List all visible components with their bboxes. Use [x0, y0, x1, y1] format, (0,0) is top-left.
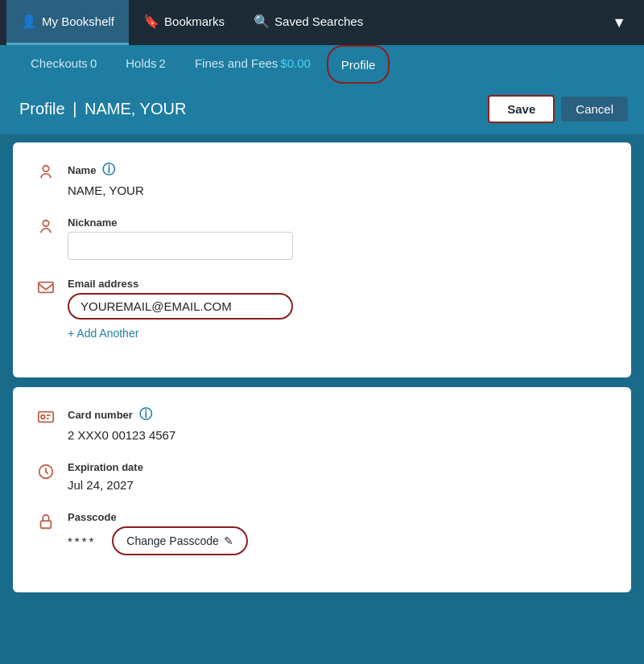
profile-title-text: Profile: [19, 100, 65, 118]
holds-label: Holds: [126, 56, 156, 70]
name-help-icon[interactable]: ⓘ: [102, 162, 115, 179]
nav-bookmarks[interactable]: 🔖 Bookmarks: [129, 0, 239, 45]
expiration-field-row: Expiration date Jul 24, 2027: [35, 461, 609, 493]
holds-count: 2: [159, 56, 166, 70]
nav-dropdown-arrow[interactable]: ▼: [601, 0, 638, 45]
cancel-button[interactable]: Cancel: [561, 97, 628, 122]
bookmark-icon: 🔖: [143, 14, 159, 29]
profile-actions: Save Cancel: [488, 95, 628, 123]
nav-saved-searches[interactable]: 🔍 Saved Searches: [239, 0, 378, 45]
nav-my-bookshelf-label: My Bookshelf: [42, 14, 114, 28]
main-content: Name ⓘ NAME, YOUR Nickname: [0, 134, 644, 610]
passcode-lock-icon: [35, 513, 56, 535]
subnav-fines[interactable]: Fines and Fees $0.00: [180, 45, 325, 84]
passcode-label-text: Passcode: [68, 511, 117, 523]
subnav-checkouts[interactable]: Checkouts 0: [16, 45, 111, 84]
subnav-profile[interactable]: Profile: [327, 45, 390, 84]
name-user-icon: [35, 163, 56, 186]
chevron-down-icon: ▼: [612, 14, 626, 31]
card-info-card: Card number ⓘ 2 XXX0 00123 4567 Expirati…: [13, 387, 631, 592]
add-another-button[interactable]: + Add Another: [68, 327, 138, 340]
name-label-text: Name: [68, 164, 96, 176]
card-number-label-text: Card number: [68, 409, 133, 421]
nickname-label-text: Nickname: [68, 217, 117, 229]
expiration-value: Jul 24, 2027: [68, 476, 609, 493]
svg-rect-2: [39, 283, 53, 293]
passcode-row-inner: **** Change Passcode ✎: [68, 526, 609, 555]
nickname-user-icon: [35, 218, 56, 241]
edit-icon: ✎: [224, 534, 233, 547]
name-field-content: Name ⓘ NAME, YOUR: [68, 162, 609, 199]
card-number-help-icon[interactable]: ⓘ: [139, 406, 152, 423]
expiration-label: Expiration date: [68, 461, 609, 473]
change-passcode-label: Change Passcode: [126, 534, 218, 547]
sub-navigation: Checkouts 0 Holds 2 Fines and Fees $0.00…: [0, 45, 644, 84]
passcode-field-row: Passcode **** Change Passcode ✎: [35, 511, 609, 555]
subnav-holds[interactable]: Holds 2: [111, 45, 180, 84]
nickname-label: Nickname: [68, 217, 609, 229]
change-passcode-button[interactable]: Change Passcode ✎: [112, 526, 247, 555]
fines-amount: $0.00: [280, 56, 311, 70]
email-envelope-icon: [35, 279, 56, 300]
save-button[interactable]: Save: [488, 95, 555, 123]
passcode-value: ****: [68, 534, 96, 548]
expiration-field-content: Expiration date Jul 24, 2027: [68, 461, 609, 493]
checkouts-label: Checkouts: [31, 56, 88, 70]
nav-bookmarks-label: Bookmarks: [164, 14, 225, 28]
email-value[interactable]: YOUREMAIL@EMAIL.COM: [68, 293, 293, 320]
fines-label: Fines and Fees: [195, 56, 278, 70]
profile-title-separator: |: [72, 100, 81, 118]
profile-title: Profile | NAME, YOUR: [16, 100, 186, 118]
nickname-input[interactable]: [68, 232, 293, 260]
top-navigation: 👤 My Bookshelf 🔖 Bookmarks 🔍 Saved Searc…: [0, 0, 644, 45]
profile-name-display: NAME, YOUR: [85, 100, 186, 118]
card-number-field-row: Card number ⓘ 2 XXX0 00123 4567: [35, 406, 609, 443]
name-value: NAME, YOUR: [68, 182, 609, 199]
expiration-clock-icon: [35, 463, 56, 485]
svg-rect-6: [41, 521, 52, 528]
email-field-content: Email address YOUREMAIL@EMAIL.COM + Add …: [68, 278, 609, 340]
passcode-label: Passcode: [68, 511, 609, 523]
svg-point-1: [43, 221, 48, 226]
card-number-label: Card number ⓘ: [68, 406, 609, 423]
card-number-field-content: Card number ⓘ 2 XXX0 00123 4567: [68, 406, 609, 443]
nav-saved-searches-label: Saved Searches: [275, 14, 363, 28]
checkouts-count: 0: [90, 56, 97, 70]
name-field-row: Name ⓘ NAME, YOUR: [35, 162, 609, 199]
expiration-label-text: Expiration date: [68, 461, 143, 473]
svg-point-0: [43, 166, 48, 171]
name-label: Name ⓘ: [68, 162, 609, 179]
email-label-text: Email address: [68, 278, 138, 290]
passcode-field-content: Passcode **** Change Passcode ✎: [68, 511, 609, 555]
nickname-field-row: Nickname: [35, 217, 609, 260]
email-field-row: Email address YOUREMAIL@EMAIL.COM + Add …: [35, 278, 609, 340]
profile-label: Profile: [341, 58, 376, 72]
personal-info-card: Name ⓘ NAME, YOUR Nickname: [13, 142, 631, 377]
nav-my-bookshelf[interactable]: 👤 My Bookshelf: [6, 0, 129, 45]
nickname-field-content: Nickname: [68, 217, 609, 260]
search-icon: 🔍: [254, 14, 270, 29]
email-label: Email address: [68, 278, 609, 290]
card-number-icon: [35, 408, 56, 431]
card-number-value: 2 XXX0 00123 4567: [68, 427, 609, 443]
user-icon: 👤: [21, 14, 37, 29]
svg-point-4: [41, 415, 45, 419]
profile-header: Profile | NAME, YOUR Save Cancel: [0, 84, 644, 134]
